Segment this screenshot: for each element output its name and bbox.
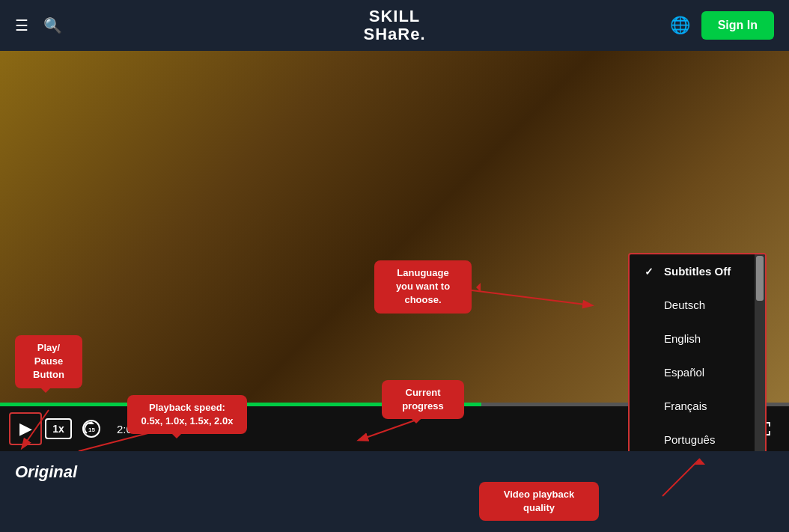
subtitle-label-english: English bbox=[664, 332, 701, 345]
play-pause-button[interactable]: ▶ bbox=[9, 412, 42, 445]
scroll-thumb-vertical bbox=[756, 256, 764, 301]
subtitle-dropdown[interactable]: ✓ Subtitles Off Deutsch English Español … bbox=[628, 253, 767, 451]
search-icon[interactable]: 🔍 bbox=[43, 16, 62, 34]
subtitle-label-off: Subtitles Off bbox=[664, 265, 731, 278]
subtitle-item-english[interactable]: English bbox=[630, 322, 755, 355]
sign-in-button[interactable]: Sign In bbox=[701, 11, 774, 40]
subtitle-label-portugues: Português bbox=[664, 433, 715, 446]
below-video-section: Original Video playback quality bbox=[0, 451, 789, 532]
tooltip-progress: Currentprogress bbox=[382, 380, 464, 419]
logo-line2: SHaRe. bbox=[363, 25, 425, 43]
subtitle-item-off[interactable]: ✓ Subtitles Off bbox=[630, 254, 755, 288]
original-label: Original bbox=[15, 462, 774, 482]
check-mark: ✓ bbox=[645, 266, 657, 278]
hamburger-icon[interactable]: ☰ bbox=[15, 16, 28, 34]
vertical-scrollbar[interactable] bbox=[755, 254, 765, 451]
subtitle-item-portugues[interactable]: Português bbox=[630, 423, 755, 451]
dropdown-inner: ✓ Subtitles Off Deutsch English Español … bbox=[630, 254, 765, 451]
logo: SKILL SHaRe. bbox=[363, 7, 425, 43]
playback-speed-button[interactable]: 1x bbox=[45, 418, 72, 439]
skip-button[interactable]: 15 bbox=[75, 412, 108, 445]
tooltip-playback-speed: Playback speed:0.5x, 1.0x, 1.5x, 2.0x bbox=[127, 395, 247, 434]
subtitle-label-francais: Français bbox=[664, 400, 707, 412]
header-right: 🌐 Sign In bbox=[670, 11, 774, 40]
header: ☰ 🔍 SKILL SHaRe. 🌐 Sign In bbox=[0, 0, 789, 51]
tooltip-play-pause: Play/PauseButton bbox=[15, 335, 82, 388]
subtitle-item-deutsch[interactable]: Deutsch bbox=[630, 288, 755, 322]
logo-line1: SKILL bbox=[363, 7, 425, 25]
tooltip-quality: Video playback quality bbox=[479, 482, 599, 521]
header-left: ☰ 🔍 bbox=[15, 16, 62, 34]
svg-text:15: 15 bbox=[88, 426, 95, 433]
tooltip-quality-text: Video playback quality bbox=[504, 489, 574, 513]
subtitle-label-deutsch: Deutsch bbox=[664, 299, 705, 311]
subtitle-item-francais[interactable]: Français bbox=[630, 389, 755, 423]
tooltip-language: Lanuguageyou want tochoose. bbox=[374, 260, 472, 314]
subtitle-item-espanol[interactable]: Español bbox=[630, 355, 755, 389]
globe-icon[interactable]: 🌐 bbox=[670, 16, 690, 35]
skip-icon: 15 bbox=[81, 418, 102, 439]
subtitle-label-espanol: Español bbox=[664, 366, 704, 379]
video-container: ▶ 1x 15 2:00 / 3:19 bbox=[0, 51, 789, 451]
